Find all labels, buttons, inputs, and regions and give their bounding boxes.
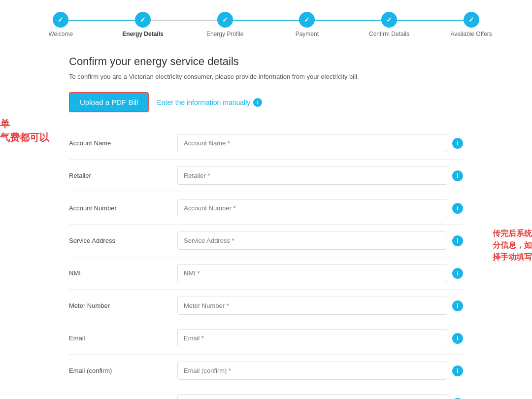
page-subtitle: To confirm you are a Victorian electrici… (69, 73, 463, 80)
info-icon-email-confirm[interactable]: i (452, 366, 463, 376)
step-circle-welcome: ✓ (53, 12, 68, 28)
step-label-energy-profile: Energy Profile (206, 31, 243, 37)
step-circle-energy-details: ✓ (135, 12, 151, 28)
input-retailer[interactable] (177, 166, 447, 185)
input-account-number[interactable] (177, 199, 447, 217)
input-email[interactable] (177, 329, 447, 347)
main-content: 选择上传账单电费或者燃气费都可以 传完后系统会自动补全一部分信息，如果识别不了就… (49, 45, 483, 399)
input-meter-number[interactable] (177, 297, 447, 315)
form-row-service-address: Service Addressi (69, 225, 463, 257)
info-icon-service-address[interactable]: i (452, 235, 463, 246)
step-label-available-offers: Available Offers (451, 31, 492, 37)
progress-step-energy-details[interactable]: ✓Energy Details (102, 12, 184, 37)
input-wrapper-retailer: i (177, 166, 463, 185)
step-label-confirm-details: Confirm Details (369, 31, 409, 37)
progress-step-payment[interactable]: ✓Payment (266, 12, 348, 37)
step-label-payment: Payment (296, 31, 319, 37)
label-retailer: Retailer (69, 172, 177, 179)
manual-info-icon[interactable]: i (253, 98, 262, 107)
step-circle-energy-profile: ✓ (217, 12, 233, 28)
input-wrapper-email-confirm: i (177, 362, 463, 380)
input-service-address[interactable] (177, 232, 447, 250)
step-label-welcome: Welcome (48, 31, 73, 37)
step-circle-available-offers: ✓ (464, 12, 479, 28)
form-row-meter-number: Meter Numberi (69, 290, 463, 322)
input-wrapper-meter-number: i (177, 297, 463, 315)
input-nmi[interactable] (177, 264, 447, 282)
form-row-account-number: Account Numberi (69, 192, 463, 225)
progress-bar: ✓Welcome✓Energy Details✓Energy Profile✓P… (0, 0, 532, 45)
input-wrapper-phone-number: i (177, 394, 463, 399)
label-nmi: NMI (69, 269, 177, 277)
step-label-energy-details: Energy Details (122, 31, 163, 37)
input-email-confirm[interactable] (177, 362, 447, 380)
label-email-confirm: Email (confirm) (69, 367, 177, 374)
info-icon-retailer[interactable]: i (452, 170, 463, 181)
input-account-name[interactable] (177, 134, 447, 152)
info-icon-account-number[interactable]: i (452, 203, 463, 214)
input-wrapper-account-number: i (177, 199, 463, 217)
input-wrapper-account-name: i (177, 134, 463, 152)
label-account-name: Account Name (69, 139, 177, 147)
input-wrapper-service-address: i (177, 232, 463, 250)
label-email: Email (69, 334, 177, 342)
input-wrapper-nmi: i (177, 264, 463, 282)
input-phone-number[interactable] (177, 394, 447, 399)
info-icon-email[interactable]: i (452, 333, 463, 344)
annotation-right: 传完后系统会自动补全一部分信息，如果识别不了就选择手动填写 (493, 228, 532, 263)
upload-pdf-button[interactable]: Upload a PDF Bill (69, 92, 149, 112)
label-account-number: Account Number (69, 204, 177, 212)
form-row-account-name: Account Namei (69, 127, 463, 160)
info-icon-meter-number[interactable]: i (452, 300, 463, 311)
progress-step-welcome[interactable]: ✓Welcome (20, 12, 102, 37)
progress-step-available-offers[interactable]: ✓Available Offers (430, 12, 512, 37)
form-row-nmi: NMIi (69, 257, 463, 290)
form-row-phone-number: Phone Numberi (69, 387, 463, 399)
page-title: Confirm your energy service details (69, 55, 463, 68)
step-circle-confirm-details: ✓ (381, 12, 397, 28)
progress-step-energy-profile[interactable]: ✓Energy Profile (184, 12, 266, 37)
form-row-retailer: Retaileri (69, 160, 463, 192)
form-row-email-confirm: Email (confirm)i (69, 355, 463, 387)
manual-entry-link[interactable]: Enter the information manually i (157, 98, 262, 107)
form-row-email: Emaili (69, 322, 463, 355)
form-container: Account NameiRetaileriAccount NumberiSer… (69, 127, 463, 399)
progress-step-confirm-details[interactable]: ✓Confirm Details (348, 12, 431, 37)
step-circle-payment: ✓ (299, 12, 315, 28)
label-service-address: Service Address (69, 237, 177, 244)
action-row: Upload a PDF Bill Enter the information … (69, 92, 463, 112)
input-wrapper-email: i (177, 329, 463, 347)
info-icon-nmi[interactable]: i (452, 268, 463, 279)
annotation-left: 选择上传账单电费或者燃气费都可以 (0, 117, 49, 144)
info-icon-account-name[interactable]: i (452, 138, 463, 149)
label-meter-number: Meter Number (69, 302, 177, 309)
